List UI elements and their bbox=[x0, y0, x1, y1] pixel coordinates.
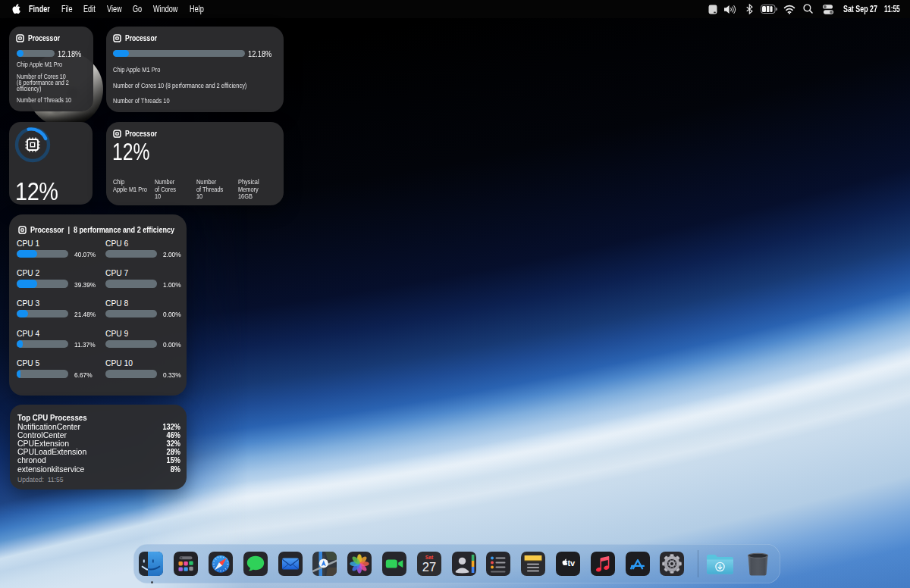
svg-text:27: 27 bbox=[422, 559, 436, 573]
svg-text:tv: tv bbox=[567, 558, 576, 568]
